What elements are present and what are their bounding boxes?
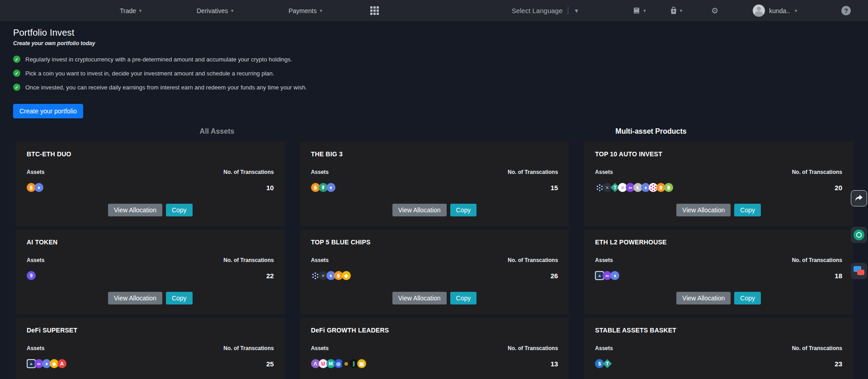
coin-bitcoin-cash-icon: ฿ [664,183,673,192]
transactions-count: 26 [551,272,558,280]
card-values-row: ΛUM◎⊛∥▣ 13 [311,359,558,368]
card-actions: View Allocation Copy [16,292,285,304]
apps-grid-icon[interactable] [370,6,379,15]
card-column-headers: Assets No. of Transcations [27,345,274,351]
transactions-count: 23 [835,360,842,368]
coin-list: ▲∞♦◆A [27,359,65,368]
coin-bnb-icon: ◆ [342,271,351,280]
coin-avalanche-icon: A [57,359,66,368]
transactions-label: No. of Transcations [508,257,558,263]
coin-ethereum-icon: ♦ [326,183,335,192]
card-column-headers: Assets No. of Transcations [311,169,558,175]
assets-label: Assets [27,345,44,351]
copy-button[interactable]: Copy [734,204,761,216]
chevron-down-icon: ▼ [794,9,798,13]
nav-item-payments-label: Payments [288,7,316,14]
portfolio-card: AI TOKEN Assets No. of Transcations 9 22… [16,229,285,314]
transactions-count: 25 [266,360,274,368]
assets-label: Assets [311,257,329,263]
card-title: TOP 5 BLUE CHIPS [311,239,558,246]
section-headers: All Assets Multi-asset Products [0,127,868,136]
assistant-extension-button[interactable] [851,227,867,243]
copy-button[interactable]: Copy [166,204,193,216]
bullet-text: Once invested, you can receive daily ear… [25,84,307,91]
chat-extension-button[interactable] [851,263,867,279]
coin-list: ▲∞♦ [595,271,618,280]
orders-menu[interactable]: ▼ [632,7,646,15]
card-title: DeFi GROWTH LEADERS [311,327,558,334]
help-icon[interactable]: ? [841,6,851,15]
bullet-text: Pick a coin you want to invest in, decid… [25,70,274,77]
view-allocation-button[interactable]: View Allocation [108,204,162,216]
user-menu[interactable]: kunda.. ▼ [753,5,798,17]
coin-list: ΛUM◎⊛∥▣ [311,359,365,368]
card-title: BTC-ETH DUO [27,150,274,158]
coin-list: ×♦฿◆ [311,271,349,280]
card-actions: View Allocation Copy [300,204,569,216]
create-portfolio-button[interactable]: Create your portfolio [13,104,83,118]
check-icon: ✓ [13,70,20,77]
secure-bag-menu[interactable]: ▼ [670,6,683,15]
coin-list: ฿₮♦ [311,183,334,192]
copy-button[interactable]: Copy [450,204,477,216]
coin-tether-diamond-icon: T [603,359,612,368]
copy-button[interactable]: Copy [734,292,761,304]
language-selector[interactable]: Select Language ▼ [512,7,580,14]
feature-bullet: ✓ Once invested, you can receive daily e… [13,84,868,91]
assets-label: Assets [595,257,613,263]
portfolio-card: DeFi GROWTH LEADERS Assets No. of Transc… [300,318,569,379]
card-values-row: ×T≡∞Ł♦฿฿ 20 [595,183,842,192]
chevron-down-icon: ▼ [230,9,234,13]
coin-list: ฿♦ [27,183,42,192]
chevron-down-icon: ▼ [642,9,646,13]
coin-list: ×T≡∞Ł♦฿฿ [595,183,672,192]
share-arrow-icon [854,194,863,202]
feature-bullet: ✓ Regularly invest in cryptocurrency wit… [13,56,868,63]
coin-yearn-icon: ▣ [357,359,366,368]
hero: Portfolio Invest Create your own portfol… [0,21,868,118]
nav-links: Trade ▼ Derivatives ▼ Payments ▼ [120,7,323,14]
portfolio-card: STABLE ASSETS BASKET Assets No. of Trans… [584,318,853,379]
assets-label: Assets [27,257,44,263]
card-values-row: ▲∞♦ 18 [595,271,842,280]
portfolio-card: TOP 5 BLUE CHIPS Assets No. of Transcati… [300,229,569,314]
settings-gear-icon[interactable]: ⚙ [711,6,718,16]
card-title: AI TOKEN [27,239,274,246]
feature-bullet: ✓ Pick a coin you want to invest in, dec… [13,70,868,77]
copy-button[interactable]: Copy [166,292,193,304]
page-title: Portfolio Invest [13,28,868,38]
card-column-headers: Assets No. of Transcations [311,345,558,351]
chevron-down-icon: ▼ [138,9,142,13]
nav-right: Select Language ▼ ▼ ▼ ⚙ kunda.. ▼ [512,5,851,17]
assets-label: Assets [311,169,329,175]
avatar [753,5,765,17]
nav-item-trade[interactable]: Trade ▼ [120,7,142,14]
transactions-count: 18 [835,272,842,280]
nav-item-trade-label: Trade [120,7,136,14]
view-allocation-button[interactable]: View Allocation [392,204,447,216]
copy-button[interactable]: Copy [450,292,477,304]
nav-item-payments[interactable]: Payments ▼ [288,7,323,14]
coin-ai-token-icon: 9 [27,271,36,280]
share-extension-button[interactable] [851,190,867,206]
view-allocation-button[interactable]: View Allocation [108,292,162,304]
transactions-label: No. of Transcations [508,345,558,351]
transactions-label: No. of Transcations [792,169,842,175]
card-actions: View Allocation Copy [300,292,569,304]
nav-item-derivatives[interactable]: Derivatives ▼ [197,7,234,14]
card-actions: View Allocation Copy [584,204,853,216]
assets-label: Assets [27,169,44,175]
view-allocation-button[interactable]: View Allocation [392,292,447,304]
view-allocation-button[interactable]: View Allocation [676,292,731,304]
portfolio-card: BTC-ETH DUO Assets No. of Transcations ฿… [16,141,285,226]
transactions-count: 20 [835,184,842,192]
coin-list: $T [595,359,610,368]
view-allocation-button[interactable]: View Allocation [676,204,731,216]
card-values-row: ×♦฿◆ 26 [311,271,558,280]
card-column-headers: Assets No. of Transcations [595,257,842,263]
transactions-label: No. of Transcations [223,345,274,351]
transactions-count: 15 [551,184,558,192]
language-selector-label: Select Language [512,7,563,14]
transactions-label: No. of Transcations [508,169,558,175]
nav-item-derivatives-label: Derivatives [197,7,228,14]
